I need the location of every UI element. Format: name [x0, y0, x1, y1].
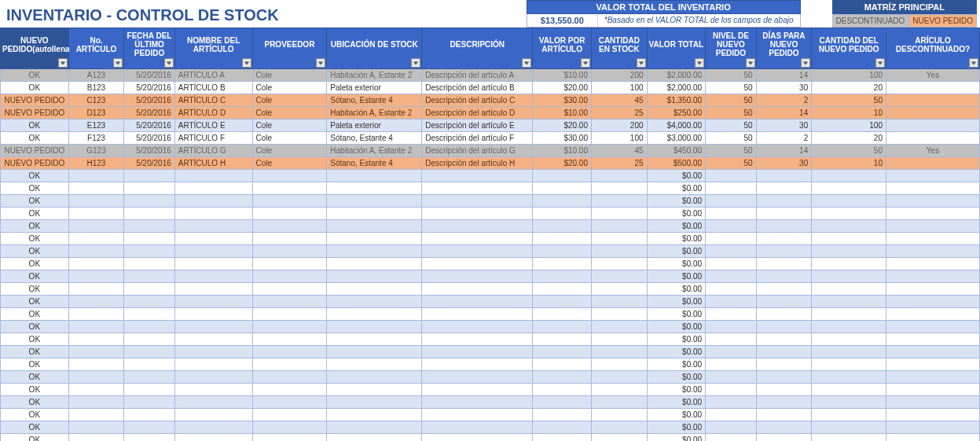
cell[interactable]: ARTÍCULO G	[174, 145, 252, 157]
cell[interactable]	[886, 182, 979, 195]
cell[interactable]: OK	[1, 421, 69, 434]
table-row[interactable]: OK$0.00	[1, 371, 980, 384]
cell[interactable]	[706, 195, 757, 208]
cell[interactable]	[174, 409, 252, 421]
cell[interactable]: 10	[812, 157, 886, 170]
cell[interactable]: Cole	[252, 82, 327, 94]
cell[interactable]	[327, 321, 422, 333]
table-row[interactable]: OK$0.00	[1, 258, 980, 270]
cell[interactable]	[68, 396, 124, 409]
table-row[interactable]: OK$0.00	[1, 245, 980, 258]
cell[interactable]	[533, 396, 592, 409]
cell[interactable]	[886, 308, 979, 321]
cell[interactable]	[812, 296, 886, 308]
cell[interactable]	[422, 321, 533, 333]
cell[interactable]	[327, 195, 422, 208]
cell[interactable]	[252, 195, 327, 208]
cell[interactable]: Habitación A, Estante 2	[327, 145, 422, 157]
cell[interactable]	[327, 434, 422, 442]
cell[interactable]	[533, 245, 592, 258]
cell[interactable]: 50	[812, 145, 886, 157]
cell[interactable]: A123	[68, 69, 124, 82]
cell[interactable]	[886, 321, 979, 333]
filter-dropdown-icon[interactable]	[411, 58, 420, 68]
cell[interactable]	[756, 270, 812, 283]
cell[interactable]	[756, 358, 812, 371]
col-header[interactable]: DESCRIPCIÓN	[422, 28, 533, 69]
cell[interactable]	[327, 358, 422, 371]
cell[interactable]: OK	[1, 283, 69, 296]
filter-dropdown-icon[interactable]	[113, 58, 123, 68]
cell[interactable]: Cole	[252, 107, 327, 119]
cell[interactable]: F123	[68, 132, 124, 145]
cell[interactable]	[756, 421, 812, 434]
cell[interactable]: B123	[68, 82, 124, 94]
table-row[interactable]: OK$0.00	[1, 409, 980, 421]
cell[interactable]: 200	[591, 119, 647, 132]
cell[interactable]	[812, 371, 886, 384]
filter-dropdown-icon[interactable]	[58, 58, 68, 68]
cell[interactable]	[591, 434, 647, 442]
cell[interactable]	[812, 195, 886, 208]
cell[interactable]: $0.00	[647, 220, 706, 233]
cell[interactable]: $0.00	[647, 421, 706, 434]
cell[interactable]: $10.00	[533, 145, 592, 157]
filter-dropdown-icon[interactable]	[522, 58, 531, 68]
cell[interactable]	[174, 258, 252, 270]
cell[interactable]	[252, 296, 327, 308]
cell[interactable]: Descripción del artículo D	[422, 107, 533, 119]
cell[interactable]	[812, 182, 886, 195]
cell[interactable]	[327, 170, 422, 182]
cell[interactable]: $2,000.00	[647, 82, 706, 94]
cell[interactable]: $0.00	[647, 258, 706, 270]
cell[interactable]: $10.00	[533, 107, 592, 119]
cell[interactable]: Cole	[252, 157, 327, 170]
cell[interactable]: $4,000.00	[647, 119, 706, 132]
cell[interactable]: Descripción del artículo F	[422, 132, 533, 145]
cell[interactable]	[124, 283, 175, 296]
cell[interactable]: $0.00	[647, 371, 706, 384]
cell[interactable]	[886, 296, 979, 308]
cell[interactable]: 20	[812, 132, 886, 145]
cell[interactable]: C123	[68, 94, 124, 107]
cell[interactable]: NUEVO PEDIDO	[1, 107, 69, 119]
cell[interactable]	[252, 333, 327, 346]
cell[interactable]	[327, 296, 422, 308]
cell[interactable]	[591, 245, 647, 258]
cell[interactable]	[174, 270, 252, 283]
cell[interactable]: $1,350.00	[647, 94, 706, 107]
col-header[interactable]: NOMBRE DEL ARTÍCULO	[174, 28, 252, 69]
cell[interactable]	[756, 182, 812, 195]
cell[interactable]	[706, 409, 757, 421]
table-row[interactable]: OK$0.00	[1, 182, 980, 195]
cell[interactable]: H123	[68, 157, 124, 170]
cell[interactable]	[252, 258, 327, 270]
cell[interactable]: Paleta exterior	[327, 82, 422, 94]
cell[interactable]	[706, 396, 757, 409]
cell[interactable]	[812, 245, 886, 258]
cell[interactable]	[174, 296, 252, 308]
table-row[interactable]: OK$0.00	[1, 270, 980, 283]
cell[interactable]	[591, 358, 647, 371]
cell[interactable]: $0.00	[647, 233, 706, 245]
cell[interactable]	[533, 233, 592, 245]
cell[interactable]: Descripción del artículo E	[422, 119, 533, 132]
cell[interactable]	[252, 434, 327, 442]
cell[interactable]	[68, 245, 124, 258]
cell[interactable]	[756, 233, 812, 245]
cell[interactable]	[533, 283, 592, 296]
cell[interactable]	[422, 434, 533, 442]
cell[interactable]	[68, 270, 124, 283]
col-header[interactable]: NIVEL DE NUEVO PEDIDO	[706, 28, 757, 69]
cell[interactable]	[756, 308, 812, 321]
cell[interactable]	[886, 195, 979, 208]
cell[interactable]	[591, 270, 647, 283]
cell[interactable]: OK	[1, 258, 69, 270]
cell[interactable]: 50	[706, 94, 757, 107]
cell[interactable]	[756, 434, 812, 442]
cell[interactable]: OK	[1, 308, 69, 321]
cell[interactable]	[174, 233, 252, 245]
cell[interactable]	[706, 384, 757, 396]
cell[interactable]	[252, 170, 327, 182]
cell[interactable]: 14	[756, 107, 812, 119]
